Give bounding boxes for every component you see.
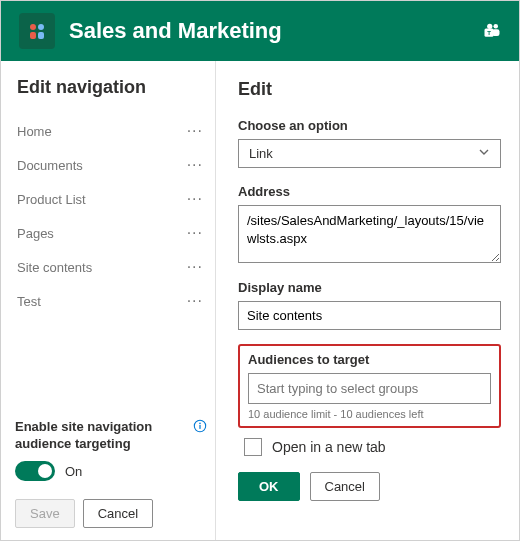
nav-item-test[interactable]: Test ··· (15, 284, 207, 318)
cancel-button[interactable]: Cancel (83, 499, 153, 528)
svg-point-5 (487, 23, 492, 28)
nav-item-product-list[interactable]: Product List ··· (15, 182, 207, 216)
audiences-input[interactable] (248, 373, 491, 404)
nav-item-site-contents[interactable]: Site contents ··· (15, 250, 207, 284)
address-label: Address (238, 184, 501, 199)
nav-item-home[interactable]: Home ··· (15, 114, 207, 148)
audiences-label: Audiences to target (248, 352, 491, 367)
audience-targeting-label: Enable site navigation audience targetin… (15, 419, 207, 453)
nav-item-label: Pages (17, 226, 54, 241)
more-icon[interactable]: ··· (187, 190, 203, 208)
more-icon[interactable]: ··· (187, 258, 203, 276)
more-icon[interactable]: ··· (187, 292, 203, 310)
more-icon[interactable]: ··· (187, 156, 203, 174)
audiences-highlight: Audiences to target 10 audience limit - … (238, 344, 501, 428)
chevron-down-icon (478, 146, 490, 161)
save-button: Save (15, 499, 75, 528)
svg-rect-11 (199, 425, 200, 429)
info-icon[interactable] (193, 419, 207, 433)
svg-text:T: T (487, 29, 491, 35)
nav-item-pages[interactable]: Pages ··· (15, 216, 207, 250)
edit-nav-heading: Edit navigation (15, 77, 207, 98)
nav-item-documents[interactable]: Documents ··· (15, 148, 207, 182)
svg-point-0 (30, 24, 36, 30)
svg-rect-2 (30, 32, 36, 39)
site-logo (19, 13, 55, 49)
ok-button[interactable]: OK (238, 472, 300, 501)
teams-icon[interactable]: T (483, 21, 501, 42)
site-header: Sales and Marketing T (1, 1, 519, 61)
edit-panel-heading: Edit (238, 79, 501, 100)
option-select[interactable]: Link (238, 139, 501, 168)
toggle-knob (38, 464, 52, 478)
site-title: Sales and Marketing (69, 18, 469, 44)
more-icon[interactable]: ··· (187, 122, 203, 140)
audiences-hint: 10 audience limit - 10 audiences left (248, 408, 491, 420)
svg-point-1 (38, 24, 44, 30)
open-new-tab-label: Open in a new tab (272, 439, 386, 455)
nav-item-label: Site contents (17, 260, 92, 275)
more-icon[interactable]: ··· (187, 224, 203, 242)
nav-item-label: Home (17, 124, 52, 139)
nav-item-label: Test (17, 294, 41, 309)
svg-rect-3 (38, 32, 44, 39)
edit-cancel-button[interactable]: Cancel (310, 472, 380, 501)
option-label: Choose an option (238, 118, 501, 133)
display-name-label: Display name (238, 280, 501, 295)
svg-point-10 (199, 423, 201, 425)
audience-targeting-toggle[interactable] (15, 461, 55, 481)
nav-item-label: Product List (17, 192, 86, 207)
option-value: Link (249, 146, 273, 161)
open-new-tab-checkbox[interactable] (244, 438, 262, 456)
svg-point-4 (494, 24, 499, 29)
edit-link-panel: Edit Choose an option Link Address Displ… (216, 61, 519, 540)
display-name-input[interactable] (238, 301, 501, 330)
edit-navigation-panel: Edit navigation Home ··· Documents ··· P… (1, 61, 216, 540)
callout-notch (216, 296, 224, 316)
toggle-on-label: On (65, 464, 82, 479)
nav-item-label: Documents (17, 158, 83, 173)
address-input[interactable] (238, 205, 501, 263)
